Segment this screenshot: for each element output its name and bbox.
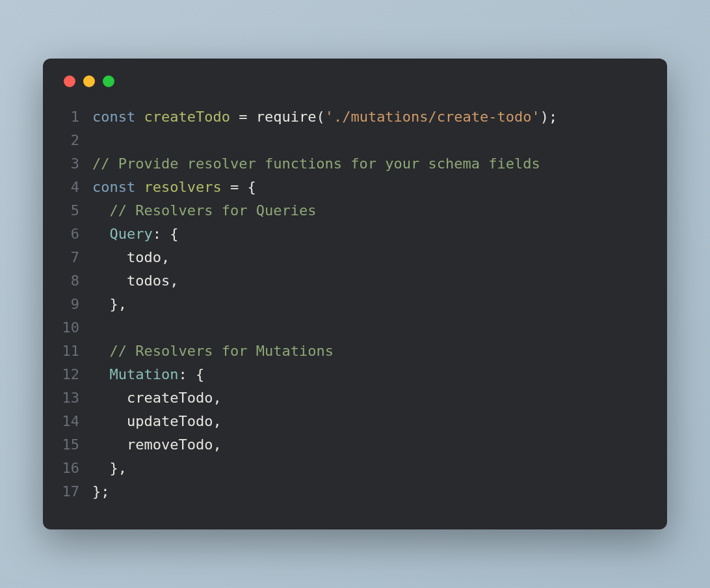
code-token: : {	[178, 366, 204, 382]
code-token: ,	[213, 413, 221, 429]
code-token: =	[230, 179, 239, 195]
line-number: 10	[61, 316, 92, 340]
code-token	[92, 296, 110, 312]
line-number: 8	[61, 269, 92, 293]
code-token: createTodo	[144, 109, 230, 125]
code-token: Query	[110, 226, 153, 242]
code-content: Query: {	[92, 222, 649, 246]
code-token: ,	[213, 436, 221, 453]
code-line: 15 removeTodo,	[61, 433, 649, 457]
code-token: // Provide resolver functions for your s…	[92, 155, 540, 172]
code-line: 12 Mutation: {	[61, 363, 649, 386]
code-content: };	[92, 480, 649, 503]
code-token: ,	[170, 273, 178, 289]
code-token: },	[110, 460, 127, 476]
code-token	[92, 226, 110, 242]
code-token	[92, 460, 110, 476]
code-content: const resolvers = {	[92, 176, 649, 199]
line-number: 12	[61, 363, 92, 386]
line-number: 16	[61, 457, 92, 480]
code-token: };	[92, 483, 110, 500]
code-content: todo,	[92, 246, 649, 269]
code-content	[92, 129, 649, 152]
code-line: 4const resolvers = {	[61, 176, 649, 199]
code-token: ,	[161, 249, 170, 265]
code-editor[interactable]: 1const createTodo = require('./mutations…	[61, 105, 649, 503]
code-content: },	[92, 457, 649, 480]
close-icon[interactable]	[64, 75, 75, 87]
line-number: 7	[61, 246, 92, 269]
line-number: 13	[61, 386, 92, 410]
code-token: Mutation	[110, 366, 179, 382]
code-line: 9 },	[61, 293, 649, 316]
code-line: 17};	[61, 480, 649, 503]
code-line: 5 // Resolvers for Queries	[61, 199, 649, 222]
line-number: 3	[61, 152, 92, 176]
code-token	[92, 343, 110, 359]
line-number: 15	[61, 433, 92, 457]
code-token: // Resolvers for Queries	[110, 202, 317, 219]
code-line: 6 Query: {	[61, 222, 649, 246]
code-token: updateTodo	[92, 413, 213, 429]
code-token: // Resolvers for Mutations	[110, 343, 334, 359]
code-token: =	[239, 109, 247, 125]
line-number: 9	[61, 293, 92, 316]
code-line: 10	[61, 316, 649, 340]
code-token: },	[110, 296, 127, 312]
code-content: Mutation: {	[92, 363, 649, 386]
code-token	[247, 109, 256, 125]
line-number: 1	[61, 105, 92, 129]
code-line: 2	[61, 129, 649, 152]
code-token: ,	[213, 390, 221, 406]
code-token: removeTodo	[92, 436, 213, 453]
minimize-icon[interactable]	[83, 75, 95, 87]
code-token: {	[247, 179, 256, 195]
line-number: 2	[61, 129, 92, 152]
code-line: 14 updateTodo,	[61, 410, 649, 433]
line-number: 6	[61, 222, 92, 246]
window-controls	[61, 75, 649, 87]
line-number: 5	[61, 199, 92, 222]
code-line: 13 createTodo,	[61, 386, 649, 410]
code-line: 16 },	[61, 457, 649, 480]
code-token	[92, 366, 110, 382]
code-token	[135, 109, 144, 125]
code-content: const createTodo = require('./mutations/…	[92, 105, 649, 129]
code-token: todos	[92, 273, 170, 289]
code-content: removeTodo,	[92, 433, 649, 457]
code-content: updateTodo,	[92, 410, 649, 433]
code-content: createTodo,	[92, 386, 649, 410]
code-content: todos,	[92, 269, 649, 293]
code-line: 1const createTodo = require('./mutations…	[61, 105, 649, 129]
code-token: const	[92, 179, 135, 195]
code-token: (	[316, 109, 324, 125]
line-number: 17	[61, 480, 92, 503]
code-content: // Resolvers for Mutations	[92, 340, 649, 363]
line-number: 14	[61, 410, 92, 433]
code-token	[239, 179, 247, 195]
code-line: 7 todo,	[61, 246, 649, 269]
code-token: resolvers	[144, 179, 221, 195]
code-token: createTodo	[92, 390, 213, 406]
code-line: 8 todos,	[61, 269, 649, 293]
maximize-icon[interactable]	[103, 75, 114, 87]
code-token	[92, 202, 110, 219]
code-token: );	[540, 109, 558, 125]
line-number: 11	[61, 340, 92, 363]
line-number: 4	[61, 176, 92, 199]
code-content: },	[92, 293, 649, 316]
code-line: 3// Provide resolver functions for your …	[61, 152, 649, 176]
code-token	[135, 179, 144, 195]
code-window: 1const createTodo = require('./mutations…	[43, 59, 667, 529]
code-content	[92, 316, 649, 340]
code-token: todo	[92, 249, 161, 265]
code-token: : {	[153, 226, 179, 242]
code-token: require	[256, 109, 317, 125]
code-token: './mutations/create-todo'	[325, 109, 540, 125]
code-token	[222, 179, 230, 195]
code-token: const	[92, 109, 135, 125]
code-line: 11 // Resolvers for Mutations	[61, 340, 649, 363]
code-content: // Resolvers for Queries	[92, 199, 649, 222]
code-token	[230, 109, 239, 125]
code-content: // Provide resolver functions for your s…	[92, 152, 649, 176]
